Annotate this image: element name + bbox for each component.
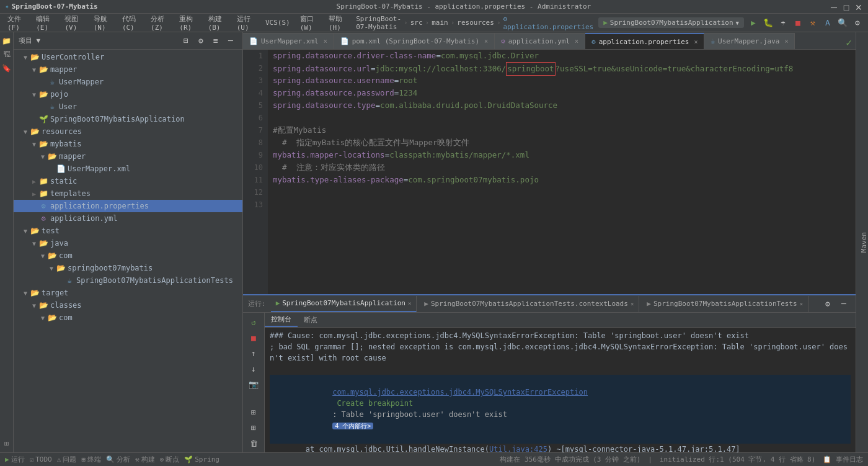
breadcrumb-main[interactable]: main (432, 19, 448, 27)
softref-button[interactable]: ⊞ (247, 405, 260, 419)
stop-run-button[interactable]: ■ (247, 331, 260, 344)
run-tab-tests-close[interactable]: × (800, 301, 803, 307)
tree-item-templates[interactable]: ▶ 📁 templates (14, 187, 242, 200)
search-button[interactable]: 🔍 (836, 16, 849, 30)
status-analyze[interactable]: 🔍 分析 (106, 455, 130, 464)
breadcrumb-file[interactable]: ⚙ application.properties (503, 15, 594, 31)
menu-run[interactable]: 运行(U) (233, 13, 259, 33)
tree-item-test[interactable]: ▼ 📂 test (14, 225, 242, 237)
tree-item-classes[interactable]: ▼ 📂 classes (14, 299, 242, 311)
rerun-button[interactable]: ↺ (247, 315, 260, 329)
tab-close-usermapper-xml[interactable]: × (324, 38, 327, 45)
status-run[interactable]: ▶ 运行 (5, 455, 25, 464)
tree-item-pojo[interactable]: ▼ 📂 pojo (14, 88, 242, 101)
maven-panel[interactable]: Maven (856, 32, 868, 452)
stop-button[interactable]: ■ (791, 16, 805, 30)
tree-item-java[interactable]: ▼ 📂 java (14, 237, 242, 249)
status-build[interactable]: ⚒ 构建 (135, 455, 155, 464)
tree-item-mybatis[interactable]: ▼ 📂 mybatis (14, 138, 242, 150)
menu-window[interactable]: 窗口(W) (296, 13, 322, 33)
exception-link[interactable]: com.mysql.jdbc.exceptions.jdbc4.MySQLSyn… (332, 388, 588, 397)
screenshot-button[interactable]: 📷 (247, 377, 260, 391)
tree-item-springbootapp[interactable]: ▶ 🌱 SpringBoot07MybatisApplication (14, 113, 242, 125)
scroll-up-button[interactable]: ↑ (247, 346, 260, 360)
run-tab-context-close[interactable]: × (631, 301, 634, 307)
close-button[interactable]: ✕ (854, 2, 863, 11)
tab-pom-xml[interactable]: 📄 pom.xml (SpringBoot-07-Mybatis) × (334, 33, 495, 49)
run-tab-tests[interactable]: ▶ SpringBoot07MybatisApplicationTests × (642, 296, 808, 312)
tab-usermapper-xml[interactable]: 📄 UserMapper.xml × (243, 33, 334, 49)
tree-item-com[interactable]: ▼ 📂 com (14, 249, 242, 262)
tab-close-application-yml[interactable]: × (575, 38, 578, 45)
debug-button[interactable]: 🐛 (761, 16, 775, 30)
menu-vcs[interactable]: VCS(S) (262, 17, 294, 28)
menu-build[interactable]: 构建(B) (205, 13, 231, 33)
status-spring[interactable]: 🌱 Spring (184, 455, 219, 464)
sidebar-collapse-all[interactable]: ⊟ (179, 34, 193, 48)
trash-button[interactable]: 🗑 (247, 436, 260, 450)
maven-label[interactable]: Maven (860, 230, 868, 255)
tree-item-application-properties[interactable]: ▶ ⚙ application.properties (14, 200, 242, 212)
breadcrumb-resources[interactable]: resources (457, 19, 494, 27)
menu-refactor[interactable]: 重构(R) (175, 13, 202, 33)
tab-usermapper-java[interactable]: ☕ UserMapper.java × (704, 33, 795, 49)
project-icon[interactable]: 📁 (1, 35, 13, 47)
subtab-breakpoints[interactable]: 断点 (298, 313, 324, 327)
status-problems[interactable]: ⚠ 问题 (57, 455, 77, 464)
run-button[interactable]: ▶ (746, 16, 760, 30)
tree-item-com2[interactable]: ▼ 📂 com (14, 311, 242, 324)
sidebar-hide[interactable]: ─ (224, 34, 237, 48)
status-todo[interactable]: ☑ TODO (30, 455, 52, 464)
tab-application-properties[interactable]: ⚙ application.properties × (585, 33, 704, 49)
tree-item-mapper2[interactable]: ▼ 📂 mapper (14, 150, 242, 163)
menu-edit[interactable]: 编辑(E) (32, 13, 58, 33)
bookmarks-icon[interactable]: 🔖 (1, 62, 13, 74)
status-breakpoints[interactable]: ⊙ 断点 (160, 455, 180, 464)
status-terminal[interactable]: ⊞ 终端 (81, 455, 101, 464)
run-tab-main[interactable]: ▶ SpringBoot07MybatisApplication × (271, 296, 417, 312)
menu-code[interactable]: 代码(C) (118, 13, 144, 33)
menu-help[interactable]: 帮助(H) (325, 13, 351, 33)
tree-item-target[interactable]: ▼ 📂 target (14, 287, 242, 299)
build-button[interactable]: ⚒ (806, 16, 820, 30)
tab-close-application-properties[interactable]: × (694, 38, 698, 45)
translate-button[interactable]: A (821, 16, 835, 30)
run-tab-main-close[interactable]: × (408, 300, 411, 307)
tree-item-usermapper-xml[interactable]: ▶ 📄 UserMapper.xml (14, 163, 242, 175)
minimize-button[interactable]: ─ (830, 2, 838, 11)
tree-item-apptests[interactable]: ▶ ☕ SpringBoot07MybatisApplicationTests (14, 274, 242, 287)
internal-rows-badge[interactable]: 4 个内部行> (332, 423, 373, 429)
settings-button[interactable]: ⚙ (851, 16, 864, 30)
util-link-1[interactable]: Util.java:425 (489, 445, 547, 452)
expand-run-button[interactable]: ⊞ (247, 421, 260, 434)
tree-item-user[interactable]: ▶ ☕ User (14, 101, 242, 113)
tree-item-springboot07[interactable]: ▼ 📂 springboot07mybatis (14, 262, 242, 274)
tree-item-application-yml[interactable]: ▶ ⚙ application.yml (14, 212, 242, 225)
tree-item-usermapper[interactable]: ▶ ☕ UserMapper (14, 76, 242, 88)
breadcrumb-project[interactable]: SpringBoot-07-Mybatis (356, 15, 401, 31)
menu-view[interactable]: 视图(V) (61, 13, 87, 33)
create-breakpoint-link[interactable]: Create breakpoint (332, 399, 417, 408)
sidebar-gear[interactable]: ≡ (209, 34, 223, 48)
menu-nav[interactable]: 导航(N) (90, 13, 116, 33)
tab-application-yml[interactable]: ⚙ application.yml × (495, 33, 585, 49)
terminal-icon[interactable]: ⊞ (1, 437, 13, 450)
menu-analyze[interactable]: 分析(Z) (147, 13, 173, 33)
breadcrumb-src[interactable]: src (410, 19, 423, 27)
tree-item-resources[interactable]: ▼ 📂 resources (14, 125, 242, 138)
maximize-button[interactable]: □ (842, 2, 851, 11)
tab-close-usermapper-java[interactable]: × (784, 38, 788, 45)
sidebar-settings[interactable]: ⚙ (194, 34, 208, 48)
scroll-down-button[interactable]: ↓ (247, 362, 260, 375)
structure-icon[interactable]: 🏗 (1, 48, 13, 61)
code-editor[interactable]: 1 2 3 4 5 6 7 8 9 10 11 12 13 spring.dat… (243, 50, 856, 294)
coverage-button[interactable]: ☂ (776, 16, 790, 30)
run-hide-icon[interactable]: ─ (837, 297, 851, 311)
run-config[interactable]: ▶ SpringBoot07MybatisApplication ▼ (598, 17, 744, 28)
tree-item-static[interactable]: ▶ 📁 static (14, 175, 242, 187)
tree-item-mapper[interactable]: ▼ 📂 mapper (14, 63, 242, 76)
run-settings-icon[interactable]: ⚙ (821, 297, 835, 311)
menu-file[interactable]: 文件(F) (4, 13, 30, 33)
events-icon[interactable]: 📋 事件日志 (823, 455, 863, 464)
run-tab-context[interactable]: ▶ SpringBoot07MybatisApplicationTests.co… (419, 296, 639, 312)
